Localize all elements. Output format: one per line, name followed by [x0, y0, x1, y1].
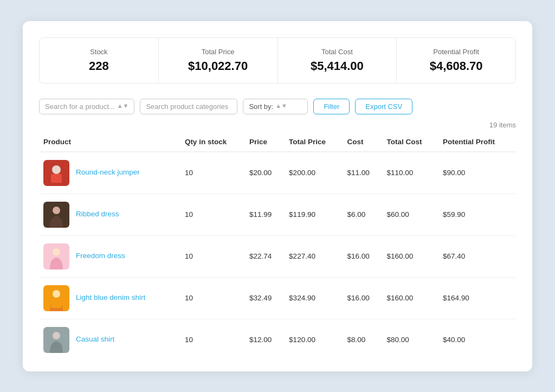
total-price-cell-0: $200.00 [285, 152, 343, 194]
price-cell-2: $22.74 [245, 235, 285, 277]
total-cost-cell-4: $80.00 [383, 319, 438, 361]
svg-point-6 [53, 248, 60, 256]
items-count: 19 items [39, 121, 516, 129]
total-cost-cell-1: $60.00 [383, 194, 438, 235]
filter-button[interactable]: Filter [313, 99, 350, 114]
product-cell-1: Ribbed dress [39, 194, 180, 235]
product-name-4[interactable]: Casual shirt [76, 335, 114, 345]
product-image-4 [43, 327, 69, 353]
search-product-placeholder: Search for a product... [45, 102, 115, 111]
product-image-2 [43, 243, 69, 269]
total-price-cell-2: $227.40 [285, 235, 343, 277]
total-price-cell-4: $120.00 [285, 319, 343, 361]
product-cell-2: Freedom dress [39, 235, 180, 277]
search-product-input[interactable]: Search for a product... ▲▼ [39, 99, 134, 114]
stat-total-cost-label: Total Cost [289, 48, 386, 56]
product-name-3[interactable]: Light blue denim shirt [76, 293, 145, 303]
product-image-1 [43, 202, 69, 228]
stat-total-cost-value: $5,414.00 [289, 59, 386, 73]
product-name-0[interactable]: Round-neck jumper [76, 168, 140, 178]
col-total-cost: Total Cost [383, 132, 438, 152]
search-categories-placeholder: Search product categories [146, 102, 228, 111]
profit-cell-0: $90.00 [438, 152, 516, 194]
table-row: Ribbed dress 10$11.99$119.90$6.00$60.00$… [39, 194, 516, 235]
toolbar: Search for a product... ▲▼ Search produc… [39, 99, 516, 114]
col-qty: Qty in stock [180, 132, 245, 152]
stat-potential-profit-value: $4,608.70 [408, 59, 505, 73]
price-cell-0: $20.00 [245, 152, 285, 194]
table-row: Light blue denim shirt 10$32.49$324.90$1… [39, 277, 516, 319]
stat-stock: Stock 228 [40, 38, 159, 83]
stat-stock-label: Stock [50, 48, 147, 56]
qty-cell-1: 10 [180, 194, 245, 235]
search-categories-input[interactable]: Search product categories [140, 99, 237, 114]
sort-spinner-icon: ▲▼ [275, 104, 287, 109]
profit-cell-4: $40.00 [438, 319, 516, 361]
cost-cell-4: $8.00 [343, 319, 382, 361]
stats-row: Stock 228 Total Price $10,022.70 Total C… [39, 37, 516, 83]
total-cost-cell-3: $160.00 [383, 277, 438, 319]
svg-point-4 [53, 207, 60, 214]
col-profit: Potential Profit [438, 132, 516, 152]
main-card: Stock 228 Total Price $10,022.70 Total C… [23, 21, 532, 371]
stat-total-cost: Total Cost $5,414.00 [278, 38, 397, 83]
product-image-0 [43, 160, 69, 186]
price-cell-1: $11.99 [245, 194, 285, 235]
qty-cell-0: 10 [180, 152, 245, 194]
total-price-cell-1: $119.90 [285, 194, 343, 235]
export-csv-button[interactable]: Export CSV [355, 99, 412, 114]
cost-cell-0: $11.00 [343, 152, 382, 194]
cost-cell-2: $16.00 [343, 235, 382, 277]
qty-cell-3: 10 [180, 277, 245, 319]
total-cost-cell-2: $160.00 [383, 235, 438, 277]
total-price-cell-3: $324.90 [285, 277, 343, 319]
product-cell-4: Casual shirt [39, 319, 180, 361]
profit-cell-1: $59.90 [438, 194, 516, 235]
stat-total-price-label: Total Price [170, 48, 267, 56]
col-cost: Cost [343, 132, 382, 152]
price-cell-4: $12.00 [245, 319, 285, 361]
price-cell-3: $32.49 [245, 277, 285, 319]
col-product: Product [39, 132, 180, 152]
col-total-price: Total Price [285, 132, 343, 152]
sort-by-select[interactable]: Sort by: ▲▼ [243, 99, 308, 114]
stat-total-price: Total Price $10,022.70 [159, 38, 278, 83]
cost-cell-1: $6.00 [343, 194, 382, 235]
stat-total-price-value: $10,022.70 [170, 59, 267, 73]
product-cell-3: Light blue denim shirt [39, 277, 180, 319]
svg-point-1 [52, 165, 61, 174]
product-image-3 [43, 285, 69, 311]
qty-cell-4: 10 [180, 319, 245, 361]
total-cost-cell-0: $110.00 [383, 152, 438, 194]
profit-cell-2: $67.40 [438, 235, 516, 277]
stat-potential-profit: Potential Profit $4,608.70 [397, 38, 515, 83]
table-header-row: Product Qty in stock Price Total Price C… [39, 132, 516, 152]
product-name-1[interactable]: Ribbed dress [76, 209, 119, 220]
table-row: Round-neck jumper 10$20.00$200.00$11.00$… [39, 152, 516, 194]
sort-by-label: Sort by: [249, 102, 273, 111]
spinner-icon: ▲▼ [117, 104, 129, 109]
stat-stock-value: 228 [50, 59, 147, 73]
table-row: Freedom dress 10$22.74$227.40$16.00$160.… [39, 235, 516, 277]
table-row: Casual shirt 10$12.00$120.00$8.00$80.00$… [39, 319, 516, 361]
qty-cell-2: 10 [180, 235, 245, 277]
products-table: Product Qty in stock Price Total Price C… [39, 132, 516, 361]
product-cell-0: Round-neck jumper [39, 152, 180, 194]
svg-point-8 [53, 290, 60, 298]
col-price: Price [245, 132, 285, 152]
cost-cell-3: $16.00 [343, 277, 382, 319]
svg-rect-9 [51, 298, 62, 308]
profit-cell-3: $164.90 [438, 277, 516, 319]
stat-potential-profit-label: Potential Profit [408, 48, 505, 56]
svg-rect-2 [51, 174, 62, 183]
svg-point-11 [53, 332, 60, 339]
product-name-2[interactable]: Freedom dress [76, 251, 125, 261]
